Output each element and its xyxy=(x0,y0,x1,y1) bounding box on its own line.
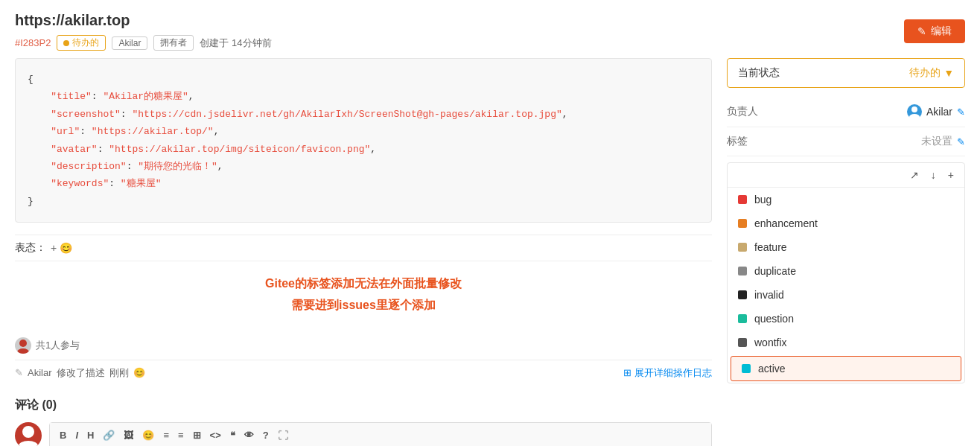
label-name-wontfix: wontfix xyxy=(754,337,787,348)
activity-author: Akilar xyxy=(28,367,52,378)
label-name-bug: bug xyxy=(754,194,771,206)
owner-badge: 拥有者 xyxy=(153,35,194,51)
label-dot-wontfix xyxy=(738,338,747,347)
page-title: https://akilar.top xyxy=(15,12,272,29)
bold-button[interactable]: B xyxy=(56,427,70,443)
tags-label: 标签 xyxy=(727,135,748,148)
label-name-question: question xyxy=(754,313,794,325)
participant-avatar xyxy=(15,337,31,354)
quote-button[interactable]: ❝ xyxy=(226,427,239,443)
editor-toolbar: B I H 🔗 🖼 😊 ≡ ≡ ⊞ <> ❝ 👁 ? xyxy=(50,423,711,446)
participants: 共1人参与 xyxy=(15,331,712,360)
comments-section: 评论 (0) B I H 🔗 🖼 😊 ≡ xyxy=(15,386,712,446)
assignee-edit-icon[interactable]: ✎ xyxy=(957,106,965,118)
table-button[interactable]: ⊞ xyxy=(189,427,205,443)
labels-dropdown: ↗ ↓ + bug enhancement feature xyxy=(727,162,965,383)
label-item-active[interactable]: active xyxy=(731,356,961,381)
assignee-avatar xyxy=(907,104,922,119)
page-container: https://akilar.top #I283P2 待办的 Akilar 拥有… xyxy=(0,0,980,446)
code-button[interactable]: <> xyxy=(206,427,225,443)
help-button[interactable]: ? xyxy=(259,427,273,443)
status-row: 当前状态 待办的 ▼ xyxy=(727,58,965,88)
label-dot-active xyxy=(742,364,751,373)
notice-area: Gitee的标签添加无法在外面批量修改 需要进到issues里逐个添加 xyxy=(15,267,712,322)
label-item-wontfix[interactable]: wontfix xyxy=(728,331,964,354)
italic-button[interactable]: I xyxy=(71,427,82,443)
edit-label: 编辑 xyxy=(931,25,952,38)
ordered-list-button[interactable]: ≡ xyxy=(174,427,188,443)
preview-button[interactable]: 👁 xyxy=(241,427,258,443)
label-item-feature[interactable]: feature xyxy=(728,235,964,259)
tags-row: 标签 未设置 ✎ xyxy=(727,127,965,156)
status-value: 待办的 ▼ xyxy=(909,66,954,80)
title-area: https://akilar.top #I283P2 待办的 Akilar 拥有… xyxy=(15,12,272,51)
notice-line2: 需要进到issues里逐个添加 xyxy=(15,295,712,316)
participants-count: 共1人参与 xyxy=(36,339,80,352)
reaction-area: 表态： + 😊 xyxy=(15,235,712,261)
labels-toolbar: ↗ ↓ + xyxy=(728,163,964,188)
status-value-text: 待办的 xyxy=(909,66,941,80)
label-item-bug[interactable]: bug xyxy=(728,188,964,211)
label-dot-bug xyxy=(738,195,747,204)
label-dot-duplicate xyxy=(738,267,747,275)
content-area: { "title": "Akilar的糖果屋", "screenshot": "… xyxy=(15,58,712,446)
activity-action: 修改了描述 xyxy=(57,366,105,380)
sidebar: 当前状态 待办的 ▼ 负责人 Akilar ✎ 标签 xyxy=(727,58,965,446)
edit-icon: ✎ xyxy=(917,25,926,37)
role-badge: Akilar xyxy=(112,36,147,50)
chevron-down-icon: ▼ xyxy=(944,67,954,79)
label-dot-question xyxy=(738,314,747,323)
heading-button[interactable]: H xyxy=(83,427,98,443)
activity-left: ✎ Akilar 修改了描述 刚刚 😊 xyxy=(15,366,145,380)
labels-add-icon[interactable]: + xyxy=(945,168,957,182)
assignee-name: Akilar xyxy=(926,106,952,118)
expand-log-button[interactable]: ⊞ 展开详细操作日志 xyxy=(623,366,712,380)
reaction-label: 表态： xyxy=(15,241,46,255)
unordered-list-button[interactable]: ≡ xyxy=(159,427,173,443)
image-button[interactable]: 🖼 xyxy=(120,427,137,443)
label-name-active: active xyxy=(758,363,786,375)
meta-bar: #I283P2 待办的 Akilar 拥有者 创建于 14分钟前 xyxy=(15,35,272,51)
created-time: 创建于 14分钟前 xyxy=(200,36,271,50)
edit-button[interactable]: ✎ 编辑 xyxy=(904,19,965,43)
label-item-duplicate[interactable]: duplicate xyxy=(728,259,964,283)
label-dot-feature xyxy=(738,243,747,252)
svg-point-1 xyxy=(17,348,29,354)
status-badge: 待办的 xyxy=(57,35,106,51)
label-name-enhancement: enhancement xyxy=(754,217,818,229)
activity-time: 刚刚 xyxy=(109,366,129,380)
main-layout: { "title": "Akilar的糖果屋", "screenshot": "… xyxy=(0,58,980,446)
label-item-enhancement[interactable]: enhancement xyxy=(728,211,964,235)
assignee-value: Akilar ✎ xyxy=(907,104,965,119)
mood-icon: 😊 xyxy=(133,367,145,378)
labels-external-icon[interactable]: ↗ xyxy=(907,168,922,182)
svg-point-0 xyxy=(19,340,27,347)
assignee-label: 负责人 xyxy=(727,105,758,118)
tags-unset: 未设置 xyxy=(921,135,952,148)
expand-label: 展开详细操作日志 xyxy=(634,366,712,380)
svg-point-4 xyxy=(911,106,917,112)
fullscreen-button[interactable]: ⛶ xyxy=(274,427,292,444)
emoji-button[interactable]: + 😊 xyxy=(51,242,72,254)
editor-box: B I H 🔗 🖼 😊 ≡ ≡ ⊞ <> ❝ 👁 ? xyxy=(49,422,712,446)
tags-value: 未设置 ✎ xyxy=(921,135,965,148)
label-item-question[interactable]: question xyxy=(728,307,964,331)
label-name-invalid: invalid xyxy=(754,289,784,301)
comment-editor: B I H 🔗 🖼 😊 ≡ ≡ ⊞ <> ❝ 👁 ? xyxy=(15,422,712,446)
link-button[interactable]: 🔗 xyxy=(99,427,118,443)
label-dot-enhancement xyxy=(738,219,747,228)
label-name-feature: feature xyxy=(754,241,787,253)
label-item-invalid[interactable]: invalid xyxy=(728,283,964,307)
author-name: Akilar xyxy=(118,38,141,48)
issue-id: #I283P2 xyxy=(15,37,51,48)
tags-edit-icon[interactable]: ✎ xyxy=(957,136,965,147)
expand-icon: ⊞ xyxy=(623,367,631,378)
emoji-toolbar-button[interactable]: 😊 xyxy=(139,427,158,443)
current-status-label: 当前状态 xyxy=(738,66,780,80)
labels-download-icon[interactable]: ↓ xyxy=(928,168,939,182)
svg-point-3 xyxy=(19,441,38,446)
comments-title: 评论 (0) xyxy=(15,398,712,413)
pencil-icon: ✎ xyxy=(15,367,23,378)
status-text: 待办的 xyxy=(72,36,99,49)
notice-line1: Gitee的标签添加无法在外面批量修改 xyxy=(15,273,712,295)
